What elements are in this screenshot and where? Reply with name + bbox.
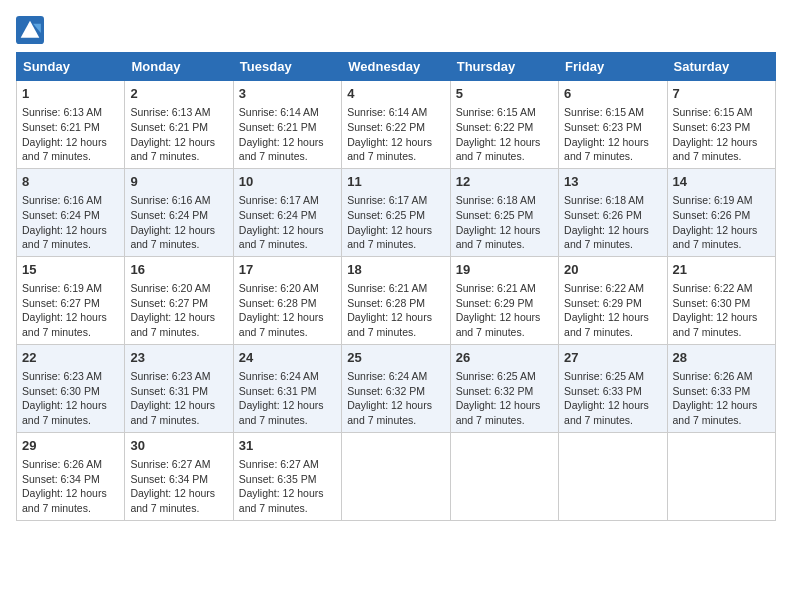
calendar-cell: 8Sunrise: 6:16 AMSunset: 6:24 PMDaylight… — [17, 168, 125, 256]
calendar-cell: 25Sunrise: 6:24 AMSunset: 6:32 PMDayligh… — [342, 344, 450, 432]
day-number: 13 — [564, 173, 661, 191]
calendar-cell: 23Sunrise: 6:23 AMSunset: 6:31 PMDayligh… — [125, 344, 233, 432]
day-number: 17 — [239, 261, 336, 279]
day-info: Sunrise: 6:23 AMSunset: 6:31 PMDaylight:… — [130, 369, 227, 428]
day-info: Sunrise: 6:25 AMSunset: 6:32 PMDaylight:… — [456, 369, 553, 428]
day-number: 30 — [130, 437, 227, 455]
day-info: Sunrise: 6:26 AMSunset: 6:33 PMDaylight:… — [673, 369, 770, 428]
day-info: Sunrise: 6:17 AMSunset: 6:24 PMDaylight:… — [239, 193, 336, 252]
calendar-cell: 31Sunrise: 6:27 AMSunset: 6:35 PMDayligh… — [233, 432, 341, 520]
day-info: Sunrise: 6:13 AMSunset: 6:21 PMDaylight:… — [22, 105, 119, 164]
day-number: 4 — [347, 85, 444, 103]
day-info: Sunrise: 6:22 AMSunset: 6:30 PMDaylight:… — [673, 281, 770, 340]
day-info: Sunrise: 6:27 AMSunset: 6:35 PMDaylight:… — [239, 457, 336, 516]
calendar-cell: 24Sunrise: 6:24 AMSunset: 6:31 PMDayligh… — [233, 344, 341, 432]
calendar-cell: 19Sunrise: 6:21 AMSunset: 6:29 PMDayligh… — [450, 256, 558, 344]
calendar-cell — [667, 432, 775, 520]
day-info: Sunrise: 6:16 AMSunset: 6:24 PMDaylight:… — [130, 193, 227, 252]
day-number: 26 — [456, 349, 553, 367]
calendar-cell: 5Sunrise: 6:15 AMSunset: 6:22 PMDaylight… — [450, 81, 558, 169]
day-number: 16 — [130, 261, 227, 279]
day-info: Sunrise: 6:19 AMSunset: 6:27 PMDaylight:… — [22, 281, 119, 340]
day-number: 14 — [673, 173, 770, 191]
column-header-friday: Friday — [559, 53, 667, 81]
column-header-tuesday: Tuesday — [233, 53, 341, 81]
column-header-monday: Monday — [125, 53, 233, 81]
calendar-cell: 2Sunrise: 6:13 AMSunset: 6:21 PMDaylight… — [125, 81, 233, 169]
day-number: 2 — [130, 85, 227, 103]
day-info: Sunrise: 6:15 AMSunset: 6:23 PMDaylight:… — [564, 105, 661, 164]
calendar-cell: 18Sunrise: 6:21 AMSunset: 6:28 PMDayligh… — [342, 256, 450, 344]
calendar-cell: 20Sunrise: 6:22 AMSunset: 6:29 PMDayligh… — [559, 256, 667, 344]
day-number: 10 — [239, 173, 336, 191]
page-header — [16, 16, 776, 44]
day-number: 22 — [22, 349, 119, 367]
day-number: 27 — [564, 349, 661, 367]
calendar-table: SundayMondayTuesdayWednesdayThursdayFrid… — [16, 52, 776, 521]
calendar-cell: 14Sunrise: 6:19 AMSunset: 6:26 PMDayligh… — [667, 168, 775, 256]
calendar-cell: 11Sunrise: 6:17 AMSunset: 6:25 PMDayligh… — [342, 168, 450, 256]
day-number: 21 — [673, 261, 770, 279]
calendar-cell: 13Sunrise: 6:18 AMSunset: 6:26 PMDayligh… — [559, 168, 667, 256]
column-header-wednesday: Wednesday — [342, 53, 450, 81]
day-number: 29 — [22, 437, 119, 455]
day-number: 15 — [22, 261, 119, 279]
calendar-cell — [342, 432, 450, 520]
day-number: 28 — [673, 349, 770, 367]
calendar-cell: 7Sunrise: 6:15 AMSunset: 6:23 PMDaylight… — [667, 81, 775, 169]
day-info: Sunrise: 6:20 AMSunset: 6:27 PMDaylight:… — [130, 281, 227, 340]
calendar-cell: 27Sunrise: 6:25 AMSunset: 6:33 PMDayligh… — [559, 344, 667, 432]
day-info: Sunrise: 6:24 AMSunset: 6:32 PMDaylight:… — [347, 369, 444, 428]
day-number: 11 — [347, 173, 444, 191]
day-info: Sunrise: 6:23 AMSunset: 6:30 PMDaylight:… — [22, 369, 119, 428]
day-info: Sunrise: 6:24 AMSunset: 6:31 PMDaylight:… — [239, 369, 336, 428]
day-info: Sunrise: 6:13 AMSunset: 6:21 PMDaylight:… — [130, 105, 227, 164]
calendar-cell: 28Sunrise: 6:26 AMSunset: 6:33 PMDayligh… — [667, 344, 775, 432]
day-info: Sunrise: 6:18 AMSunset: 6:26 PMDaylight:… — [564, 193, 661, 252]
calendar-week-row: 8Sunrise: 6:16 AMSunset: 6:24 PMDaylight… — [17, 168, 776, 256]
calendar-header-row: SundayMondayTuesdayWednesdayThursdayFrid… — [17, 53, 776, 81]
calendar-cell — [450, 432, 558, 520]
day-info: Sunrise: 6:19 AMSunset: 6:26 PMDaylight:… — [673, 193, 770, 252]
day-info: Sunrise: 6:27 AMSunset: 6:34 PMDaylight:… — [130, 457, 227, 516]
day-info: Sunrise: 6:22 AMSunset: 6:29 PMDaylight:… — [564, 281, 661, 340]
calendar-cell: 16Sunrise: 6:20 AMSunset: 6:27 PMDayligh… — [125, 256, 233, 344]
day-info: Sunrise: 6:20 AMSunset: 6:28 PMDaylight:… — [239, 281, 336, 340]
day-number: 3 — [239, 85, 336, 103]
logo — [16, 16, 48, 44]
day-number: 5 — [456, 85, 553, 103]
day-number: 1 — [22, 85, 119, 103]
calendar-cell: 6Sunrise: 6:15 AMSunset: 6:23 PMDaylight… — [559, 81, 667, 169]
day-number: 7 — [673, 85, 770, 103]
day-info: Sunrise: 6:18 AMSunset: 6:25 PMDaylight:… — [456, 193, 553, 252]
day-number: 6 — [564, 85, 661, 103]
day-number: 19 — [456, 261, 553, 279]
calendar-cell: 3Sunrise: 6:14 AMSunset: 6:21 PMDaylight… — [233, 81, 341, 169]
calendar-cell: 26Sunrise: 6:25 AMSunset: 6:32 PMDayligh… — [450, 344, 558, 432]
day-info: Sunrise: 6:14 AMSunset: 6:22 PMDaylight:… — [347, 105, 444, 164]
day-info: Sunrise: 6:17 AMSunset: 6:25 PMDaylight:… — [347, 193, 444, 252]
calendar-week-row: 22Sunrise: 6:23 AMSunset: 6:30 PMDayligh… — [17, 344, 776, 432]
day-number: 31 — [239, 437, 336, 455]
day-number: 23 — [130, 349, 227, 367]
day-info: Sunrise: 6:14 AMSunset: 6:21 PMDaylight:… — [239, 105, 336, 164]
calendar-cell: 1Sunrise: 6:13 AMSunset: 6:21 PMDaylight… — [17, 81, 125, 169]
day-info: Sunrise: 6:21 AMSunset: 6:28 PMDaylight:… — [347, 281, 444, 340]
day-number: 9 — [130, 173, 227, 191]
calendar-cell: 29Sunrise: 6:26 AMSunset: 6:34 PMDayligh… — [17, 432, 125, 520]
calendar-cell: 17Sunrise: 6:20 AMSunset: 6:28 PMDayligh… — [233, 256, 341, 344]
calendar-week-row: 15Sunrise: 6:19 AMSunset: 6:27 PMDayligh… — [17, 256, 776, 344]
calendar-cell: 10Sunrise: 6:17 AMSunset: 6:24 PMDayligh… — [233, 168, 341, 256]
calendar-week-row: 29Sunrise: 6:26 AMSunset: 6:34 PMDayligh… — [17, 432, 776, 520]
day-info: Sunrise: 6:25 AMSunset: 6:33 PMDaylight:… — [564, 369, 661, 428]
column-header-thursday: Thursday — [450, 53, 558, 81]
calendar-cell: 15Sunrise: 6:19 AMSunset: 6:27 PMDayligh… — [17, 256, 125, 344]
logo-icon — [16, 16, 44, 44]
column-header-saturday: Saturday — [667, 53, 775, 81]
day-info: Sunrise: 6:26 AMSunset: 6:34 PMDaylight:… — [22, 457, 119, 516]
day-number: 12 — [456, 173, 553, 191]
day-number: 8 — [22, 173, 119, 191]
column-header-sunday: Sunday — [17, 53, 125, 81]
calendar-week-row: 1Sunrise: 6:13 AMSunset: 6:21 PMDaylight… — [17, 81, 776, 169]
calendar-cell: 22Sunrise: 6:23 AMSunset: 6:30 PMDayligh… — [17, 344, 125, 432]
